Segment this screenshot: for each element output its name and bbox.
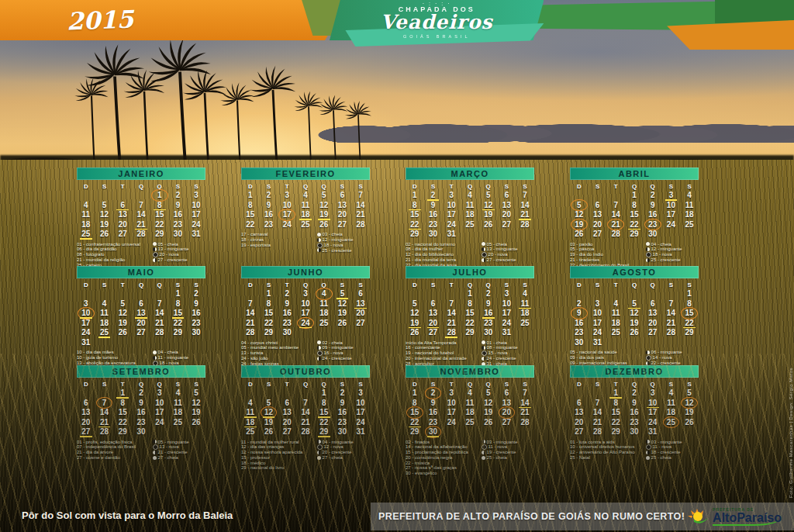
- day-cell: 21: [442, 319, 461, 329]
- day-cell: 23: [260, 220, 278, 230]
- day-cell: 21: [132, 220, 150, 230]
- day-cell: 18: [606, 319, 625, 329]
- moon-phases: 05 - cheia13 - minguante20 - nova27 - cr…: [482, 242, 534, 268]
- weekday-label: T: [606, 281, 625, 289]
- moon-cheia-icon: [153, 242, 157, 246]
- moon-nova-icon: [317, 243, 323, 248]
- day-cell: 20: [333, 210, 352, 220]
- day-cell: 8: [169, 299, 188, 309]
- day-cell: 23: [570, 328, 589, 338]
- day-cell: [241, 289, 260, 299]
- day-cell: [95, 191, 114, 201]
- day-cell: [479, 230, 498, 240]
- day-cell: 21: [150, 319, 169, 329]
- day-cell: 21: [606, 220, 625, 230]
- moon-label: 18 - nova: [324, 243, 343, 248]
- moon-phase-line: 05 - cheia: [153, 242, 205, 247]
- weekday-label: Q: [132, 281, 150, 289]
- photo-caption: Pôr do Sol com vista para o Morro da Bal…: [22, 510, 233, 521]
- day-cell: 7: [442, 299, 461, 309]
- weekday-label: S: [260, 182, 278, 191]
- moon-label: 13 - minguante: [487, 247, 518, 252]
- weekday-label: S: [680, 281, 699, 289]
- weekday-label: S: [589, 281, 607, 289]
- calendar-poster: 2015 · : · : · CHAPADA DOS Veadeiros GOI…: [0, 0, 794, 532]
- day-cell: 17: [187, 210, 205, 220]
- day-cell: 16: [570, 319, 589, 329]
- day-cell: 12: [95, 210, 114, 220]
- day-cell: [132, 191, 150, 201]
- day-cell: 28: [241, 328, 260, 338]
- month-title: JANEIRO: [77, 168, 205, 180]
- calendar-week: 123456: [241, 289, 370, 299]
- day-cell: 16: [260, 210, 278, 220]
- day-cell: 23: [644, 220, 662, 230]
- day-cell: 13: [113, 210, 132, 220]
- day-cell: 10: [77, 309, 95, 319]
- day-cell: 3: [662, 191, 681, 201]
- day-cell: 19: [479, 210, 498, 220]
- day-cell: 30: [169, 230, 188, 240]
- day-cell: 4: [461, 191, 479, 201]
- day-cell: 29: [461, 328, 479, 338]
- calendar-week: 45678910: [77, 201, 205, 211]
- day-cell: 27: [644, 328, 662, 338]
- calendar-week: 567891011: [570, 201, 699, 211]
- moon-phase-line: 12 - minguante: [646, 247, 699, 252]
- day-cell: 15: [406, 210, 424, 220]
- day-cell: [461, 230, 479, 240]
- day-cell: 28: [606, 230, 625, 240]
- weekday-row: DSTQQSS: [77, 281, 205, 289]
- day-cell: 3: [296, 289, 315, 299]
- note-line: 05 - páscoa: [570, 247, 643, 252]
- day-cell: [498, 230, 516, 240]
- day-cell: 5: [113, 299, 132, 309]
- day-cell: 16: [424, 210, 443, 220]
- day-cell: 2: [278, 289, 296, 299]
- day-cell: 20: [351, 309, 370, 319]
- day-cell: 1: [150, 191, 169, 201]
- day-cell: 17: [498, 309, 516, 319]
- day-cell: 30: [570, 338, 589, 348]
- brand-region-label: CHAPADA DOS: [330, 5, 544, 13]
- day-cell: 10: [442, 201, 461, 211]
- month-notes: 17 - carnaval18 - cinzas19 - esportista0…: [241, 232, 370, 253]
- day-cell: 29: [169, 328, 188, 338]
- day-cell: 8: [241, 201, 260, 211]
- day-cell: 22: [260, 319, 278, 329]
- weekday-label: Q: [461, 182, 479, 191]
- calendar-week: 24252627282930: [77, 328, 205, 338]
- day-cell: 1: [260, 289, 278, 299]
- note-line: 17 - carnaval: [241, 232, 314, 237]
- dark-green-corner: [715, 0, 794, 23]
- weekday-label: T: [113, 281, 132, 289]
- day-cell: 14: [241, 309, 260, 319]
- note-line: 19 - esportista: [241, 243, 314, 248]
- commemorative-dates: 02 - nacional do turismo08 - dia da mulh…: [406, 242, 478, 268]
- day-cell: 26: [570, 230, 589, 240]
- moon-minguante-icon: [153, 247, 157, 251]
- weekday-row: DSTQQSS: [406, 182, 534, 191]
- day-cell: 29: [150, 230, 169, 240]
- day-cell: 6: [498, 191, 516, 201]
- moon-phase-line: 13 - minguante: [482, 247, 534, 252]
- day-cell: 5: [570, 201, 589, 211]
- day-cell: [150, 338, 169, 348]
- month-title: FEVEREIRO: [241, 168, 370, 180]
- day-cell: 30: [278, 328, 296, 338]
- day-cell: 6: [589, 201, 607, 211]
- day-cell: [589, 289, 607, 299]
- day-cell: 10: [589, 309, 607, 319]
- weekday-label: S: [680, 182, 699, 191]
- calendar-week: 22232425262728: [406, 220, 534, 230]
- day-cell: 30: [644, 230, 662, 240]
- day-cell: 13: [333, 201, 352, 211]
- day-cell: 2: [169, 191, 188, 201]
- day-cell: 26: [406, 328, 424, 338]
- day-cell: 15: [680, 309, 699, 319]
- day-cell: 22: [625, 220, 644, 230]
- day-cell: 12: [406, 309, 424, 319]
- moon-minguante-icon: [482, 346, 485, 350]
- day-cell: 18: [95, 319, 114, 329]
- calendar-week: 1234: [570, 191, 699, 201]
